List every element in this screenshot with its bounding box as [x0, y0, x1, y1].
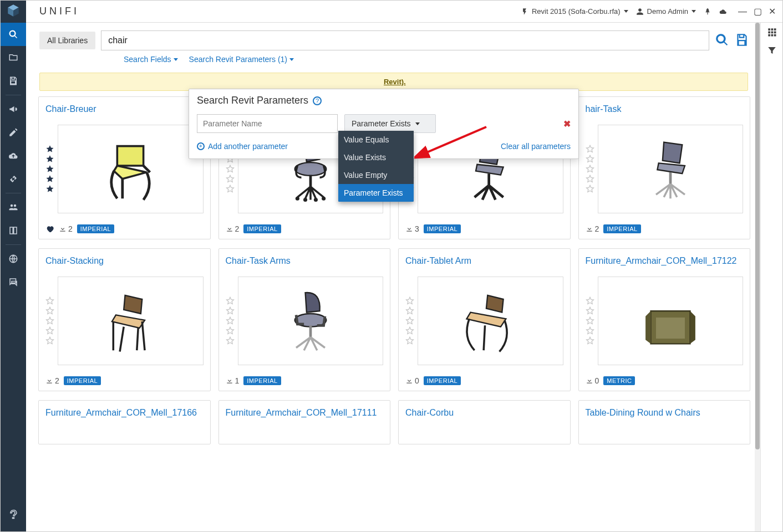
card-title[interactable]: Chair-Breuer [45, 104, 204, 115]
rating-stars[interactable] [226, 296, 235, 345]
card-title[interactable]: Table-Dining Round w Chairs [586, 407, 744, 418]
app-header: UNIFI Revit 2015 (Sofa-Corbu.rfa) Demo A… [1, 1, 782, 23]
user-menu[interactable]: Demo Admin [636, 7, 696, 16]
result-card[interactable]: Furniture_Armchair_COR_Mell_17166 [38, 400, 211, 444]
result-card[interactable]: Chair-Stacking2IMPERIAL [38, 248, 211, 391]
download-count[interactable]: 2 [226, 224, 240, 233]
download-count[interactable]: 1 [226, 376, 240, 385]
rating-stars[interactable] [586, 145, 594, 193]
filter-button[interactable] [767, 45, 777, 57]
favorite-icon[interactable] [45, 224, 54, 233]
sidebar-announce[interactable] [1, 98, 26, 121]
sidebar-library[interactable] [1, 219, 26, 242]
result-card[interactable]: Furniture_Armchair_COR_Mell_17111 [218, 400, 391, 444]
svg-rect-15 [768, 28, 770, 30]
parameter-condition-select[interactable]: Parameter Exists [344, 114, 436, 133]
result-card[interactable]: Chair-Tablet Arm0IMPERIAL [398, 248, 571, 391]
unit-badge: IMPERIAL [243, 224, 281, 233]
right-rail [760, 23, 782, 531]
svg-rect-16 [771, 28, 773, 30]
card-title[interactable]: Furniture_Armchair_COR_Mell_17111 [226, 407, 384, 418]
pin-button[interactable] [704, 8, 711, 16]
unit-badge: IMPERIAL [603, 224, 640, 233]
search-fields-toggle[interactable]: Search Fields [124, 55, 178, 64]
sidebar-edit[interactable] [1, 121, 26, 144]
parameter-name-input[interactable] [197, 114, 338, 133]
card-title[interactable]: Chair-Stacking [45, 255, 204, 267]
unit-badge: IMPERIAL [64, 376, 101, 385]
svg-rect-23 [774, 34, 776, 37]
card-title[interactable]: Chair-Task Arms [226, 255, 384, 267]
thumbnail [58, 125, 204, 213]
svg-point-7 [322, 197, 326, 201]
result-card[interactable]: Furniture_Armchair_COR_Mell_171220METRIC [578, 248, 751, 391]
scroll-thumb[interactable] [755, 23, 760, 449]
popover-title: Search Revit Parameters [197, 95, 308, 106]
download-count[interactable]: 2 [59, 224, 73, 233]
cloud-sync-button[interactable] [719, 8, 727, 16]
grid-view-button[interactable] [767, 27, 777, 39]
sidebar-browse[interactable] [1, 46, 26, 69]
sidebar-link[interactable] [1, 167, 26, 191]
sidebar-help[interactable] [1, 503, 26, 526]
scrollbar[interactable] [755, 23, 760, 531]
revit-file-selector[interactable]: Revit 2015 (Sofa-Corbu.rfa) [521, 7, 628, 16]
svg-rect-17 [774, 28, 776, 30]
unit-badge: METRIC [603, 376, 635, 385]
minimize-button[interactable]: — [738, 7, 747, 17]
sidebar-chat[interactable] [1, 270, 26, 294]
add-parameter-button[interactable]: +Add another parameter [197, 142, 288, 151]
result-card[interactable]: Chair-Task Arms1IMPERIAL [218, 248, 391, 391]
svg-point-4 [294, 162, 326, 176]
sidebar-save[interactable] [1, 69, 26, 93]
result-card[interactable]: Table-Dining Round w Chairs [578, 400, 751, 444]
save-search-button[interactable] [735, 33, 749, 49]
dropdown-option[interactable]: Parameter Exists [338, 184, 414, 202]
rating-stars[interactable] [45, 145, 54, 193]
user-name: Demo Admin [647, 7, 688, 16]
dropdown-option[interactable]: Value Exists [338, 149, 414, 166]
svg-rect-20 [774, 32, 776, 34]
library-selector[interactable]: All Libraries [39, 32, 95, 49]
remove-parameter-button[interactable]: ✖ [563, 119, 571, 129]
sidebar-globe[interactable] [1, 247, 26, 270]
search-button[interactable] [715, 33, 729, 49]
result-card[interactable]: Chair-Corbu [398, 400, 571, 444]
unit-badge: IMPERIAL [424, 224, 461, 233]
download-count[interactable]: 3 [405, 224, 419, 233]
svg-rect-22 [771, 34, 773, 37]
caret-down-icon [174, 58, 178, 61]
search-input[interactable] [101, 30, 709, 50]
dropdown-option[interactable]: Value Empty [338, 166, 414, 184]
rating-stars[interactable] [45, 296, 54, 345]
sidebar-users[interactable] [1, 196, 26, 219]
download-count[interactable]: 0 [586, 376, 599, 385]
caret-down-icon [415, 122, 420, 125]
card-title[interactable]: hair-Task [586, 104, 744, 115]
download-count[interactable]: 2 [586, 224, 599, 233]
thumbnail [238, 277, 384, 365]
card-title[interactable]: Furniture_Armchair_COR_Mell_17166 [45, 407, 204, 418]
sidebar-upload[interactable] [1, 144, 26, 167]
close-button[interactable]: ✕ [769, 6, 776, 17]
rating-stars[interactable] [586, 296, 594, 345]
download-count[interactable]: 2 [45, 376, 59, 385]
banner-link[interactable]: Revit). [384, 78, 406, 86]
search-revit-params-toggle[interactable]: Search Revit Parameters (1) [189, 55, 294, 64]
clear-parameters-button[interactable]: Clear all parameters [501, 142, 571, 151]
maximize-button[interactable]: ▢ [754, 6, 762, 17]
main-content: All Libraries Search Fields Search Revit… [26, 23, 760, 531]
card-title[interactable]: Chair-Tablet Arm [405, 255, 563, 267]
dropdown-option[interactable]: Value Equals [338, 131, 414, 149]
download-count[interactable]: 0 [405, 376, 419, 385]
unit-badge: IMPERIAL [243, 376, 281, 385]
result-card[interactable]: hair-Task2IMPERIAL [578, 96, 751, 239]
card-title[interactable]: Chair-Corbu [405, 407, 563, 418]
rating-stars[interactable] [405, 296, 414, 345]
sidebar-search[interactable] [1, 23, 26, 46]
result-card[interactable]: Chair-Breuer2IMPERIAL [38, 96, 211, 239]
thumbnail [58, 277, 204, 365]
unit-badge: IMPERIAL [77, 224, 114, 233]
card-title[interactable]: Furniture_Armchair_COR_Mell_17122 [586, 255, 744, 267]
help-icon[interactable]: ? [313, 96, 322, 105]
